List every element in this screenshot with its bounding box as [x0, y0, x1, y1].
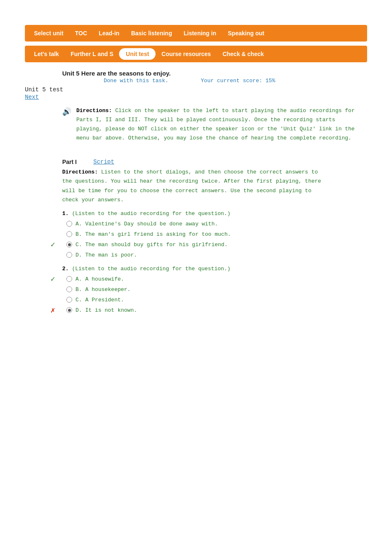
q2-option-b-text: B [75, 286, 79, 293]
q1-option-d-label: The man is poor. [85, 252, 137, 258]
unit-title: Unit 5 Here are the seasons to enjoy. [25, 70, 367, 77]
directions-block: 🔊 Directions: Click on the speaker to th… [25, 106, 367, 143]
q2-correct-icon: ✓ [51, 274, 55, 284]
q1-radio-a[interactable] [66, 221, 72, 227]
question-1-prompt: 1. (Listen to the audio recording for th… [62, 210, 367, 217]
nav-basic-listening[interactable]: Basic listening [125, 27, 178, 40]
task-status: Done with this task. Your current score:… [25, 78, 367, 84]
q2-option-c-label: A President. [85, 297, 124, 303]
nav-speaking-out[interactable]: Speaking out [222, 27, 270, 40]
nav-lets-talk[interactable]: Let's talk [28, 47, 65, 61]
part-label: Part I [62, 159, 77, 165]
q2-option-a: ✓ A . A housewife. [62, 276, 367, 282]
q2-option-a-label: A housewife. [85, 276, 124, 282]
q2-option-c-text: C [75, 297, 79, 303]
part-directions: Directions: Listen to the short dialogs,… [25, 168, 324, 204]
nav-course-resources[interactable]: Course resources [156, 47, 217, 61]
q1-option-b-text: B [75, 231, 79, 237]
q2-option-c: C . A President. [62, 297, 367, 303]
next-link[interactable]: Next [25, 94, 39, 100]
q2-option-b: B . A housekeeper. [62, 286, 367, 293]
part-header: Part I Script [25, 159, 367, 165]
q2-radio-c[interactable] [66, 297, 72, 303]
q2-radio-b[interactable] [66, 286, 72, 292]
q2-radio-d[interactable] [66, 307, 72, 313]
q1-option-a: A . Valentine's Day should be done away … [62, 221, 367, 227]
nav-further-l-and-s[interactable]: Further L and S [65, 47, 119, 61]
q2-option-b-label: A housekeeper. [85, 286, 130, 293]
script-link[interactable]: Script [93, 159, 114, 165]
q1-option-c: ✓ C . The man should buy gifts for his g… [62, 242, 367, 248]
question-2-prompt: 2. (Listen to the audio recording for th… [62, 266, 367, 272]
q1-option-b: B . The man's girl friend is asking for … [62, 231, 367, 237]
speaker-icon[interactable]: 🔊 [62, 107, 71, 116]
nav-select-unit[interactable]: Select unit [28, 27, 69, 40]
q2-radio-a[interactable] [66, 276, 72, 282]
q1-option-c-label: The man should buy gifts for his girlfri… [85, 242, 227, 248]
nav-check-and-check[interactable]: Check & check [217, 47, 270, 61]
question-1-block: 1. (Listen to the audio recording for th… [25, 210, 367, 258]
q2-option-d-label: It is not known. [85, 307, 137, 313]
q2-option-a-text: A [75, 276, 79, 282]
q1-radio-d[interactable] [66, 252, 72, 258]
nav-lead-in[interactable]: Lead-in [93, 27, 125, 40]
q2-option-d: ✗ D . It is not known. [62, 307, 367, 313]
second-nav: Let's talk Further L and S Unit test Cou… [25, 46, 367, 62]
nav-toc[interactable]: TOC [69, 27, 93, 40]
nav-listening-in[interactable]: Listening in [178, 27, 222, 40]
question-2-block: 2. (Listen to the audio recording for th… [25, 266, 367, 313]
nav-unit-test[interactable]: Unit test [119, 48, 156, 60]
top-nav: Select unit TOC Lead-in Basic listening … [25, 25, 367, 42]
q1-radio-c[interactable] [66, 242, 72, 247]
directions-text: Directions: Click on the speaker to the … [76, 106, 358, 143]
q1-correct-icon: ✓ [51, 240, 55, 249]
q1-option-d: D . The man is poor. [62, 252, 367, 258]
q1-option-d-text: D [75, 252, 79, 258]
q1-option-b-label: The man's girl friend is asking for too … [85, 231, 231, 237]
q1-option-a-label: Valentine's Day should be done away with… [85, 221, 218, 227]
q2-wrong-icon: ✗ [51, 306, 55, 315]
q1-option-a-text: A [75, 221, 79, 227]
q2-option-d-text: D [75, 307, 79, 313]
q1-option-c-text: C [75, 242, 79, 248]
q1-radio-b[interactable] [66, 231, 72, 237]
unit-test-label: Unit 5 test [25, 86, 367, 93]
